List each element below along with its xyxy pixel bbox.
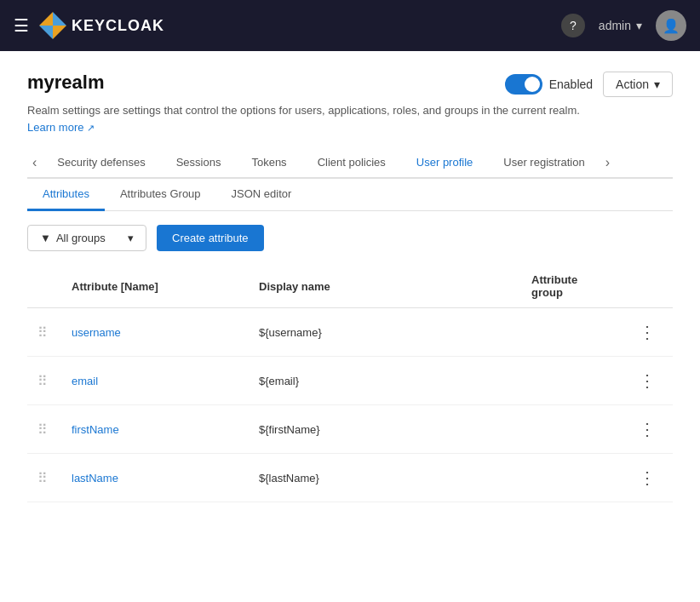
enabled-toggle[interactable] [505, 74, 542, 95]
realm-controls: Enabled Action ▾ [505, 72, 673, 97]
action-label: Action [616, 77, 649, 91]
action-button[interactable]: Action ▾ [603, 72, 673, 97]
attr-link-email[interactable]: email [72, 375, 98, 387]
col-header-attribute-name: Attribute [Name] [61, 265, 249, 308]
admin-label: admin [599, 19, 631, 32]
learn-more-link[interactable]: Learn more ↗ [27, 121, 95, 134]
sub-tab-bar: Attributes Attributes Group JSON editor [27, 179, 673, 211]
main-content: myrealm Enabled Action ▾ Realm settings … [0, 51, 700, 602]
more-button-username[interactable]: ⋮ [632, 320, 663, 344]
attributes-table: Attribute [Name] Display name Attribute … [27, 265, 673, 502]
chevron-down-icon: ▾ [636, 19, 642, 32]
main-tab-bar: ‹ Security defenses Sessions Tokens Clie… [27, 147, 673, 179]
hamburger-icon[interactable]: ☰ [14, 15, 29, 36]
realm-description: Realm settings are settings that control… [27, 104, 673, 117]
more-button-firstname[interactable]: ⋮ [632, 417, 663, 441]
tab-client-policies[interactable]: Client policies [302, 147, 401, 179]
more-button-email[interactable]: ⋮ [632, 369, 663, 393]
filter-chevron-icon: ▾ [128, 232, 134, 244]
tab-nav-right[interactable]: › [600, 148, 615, 177]
filter-label: All groups [56, 232, 106, 244]
display-name-username: ${username} [259, 326, 322, 339]
realm-header: myrealm Enabled Action ▾ [27, 72, 673, 97]
drag-handle-email[interactable]: ⠿ [37, 374, 48, 388]
topbar: ☰ KEYCLOAK ? admin ▾ 👤 [0, 0, 700, 51]
tab-user-profile[interactable]: User profile [401, 147, 488, 179]
table-row: ⠿ email ${email} ⋮ [27, 357, 673, 405]
logo: KEYCLOAK [39, 12, 164, 39]
table-row: ⠿ username ${username} ⋮ [27, 308, 673, 357]
logo-text: KEYCLOAK [72, 17, 164, 35]
filter-icon: ▼ [40, 232, 51, 244]
display-name-firstname: ${firstName} [259, 423, 320, 436]
topbar-left: ☰ KEYCLOAK [14, 12, 164, 39]
col-header-attribute-group: Attribute group [521, 265, 622, 308]
topbar-right: ? admin ▾ 👤 [561, 10, 686, 41]
sub-tab-json-editor[interactable]: JSON editor [216, 179, 307, 211]
col-header-action [622, 265, 673, 308]
avatar[interactable]: 👤 [656, 10, 686, 41]
help-icon[interactable]: ? [561, 14, 585, 37]
display-name-lastname: ${lastName} [259, 472, 319, 484]
tab-security-defenses[interactable]: Security defenses [42, 147, 160, 179]
more-button-lastname[interactable]: ⋮ [632, 466, 663, 490]
col-header-drag [27, 265, 61, 308]
realm-title: myrealm [27, 72, 105, 94]
filter-groups-button[interactable]: ▼ All groups ▾ [27, 225, 146, 251]
col-header-display-name: Display name [249, 265, 521, 308]
toggle-knob [525, 77, 540, 92]
admin-menu[interactable]: admin ▾ [599, 19, 642, 32]
table-row: ⠿ lastName ${lastName} ⋮ [27, 454, 673, 502]
enabled-label: Enabled [549, 77, 593, 91]
toolbar: ▼ All groups ▾ Create attribute [27, 225, 673, 251]
drag-handle-username[interactable]: ⠿ [37, 325, 48, 340]
tab-nav-left[interactable]: ‹ [27, 148, 42, 177]
enabled-toggle-wrap: Enabled [505, 74, 593, 95]
attr-link-firstname[interactable]: firstName [72, 423, 119, 436]
action-chevron-icon: ▾ [654, 77, 660, 91]
table-header: Attribute [Name] Display name Attribute … [27, 265, 673, 308]
create-attribute-button[interactable]: Create attribute [157, 225, 264, 251]
tab-tokens[interactable]: Tokens [236, 147, 301, 179]
drag-handle-firstname[interactable]: ⠿ [37, 422, 48, 437]
table-body: ⠿ username ${username} ⋮ ⠿ email ${email… [27, 308, 673, 502]
drag-handle-lastname[interactable]: ⠿ [37, 471, 48, 485]
tab-user-registration[interactable]: User registration [488, 147, 600, 179]
attr-link-username[interactable]: username [72, 326, 121, 339]
table-row: ⠿ firstName ${firstName} ⋮ [27, 405, 673, 454]
tab-sessions[interactable]: Sessions [161, 147, 237, 179]
display-name-email: ${email} [259, 375, 299, 387]
attr-link-lastname[interactable]: lastName [72, 472, 118, 484]
keycloak-logo-icon [39, 12, 66, 39]
external-link-icon: ↗ [87, 123, 95, 133]
sub-tab-attributes-group[interactable]: Attributes Group [105, 179, 216, 211]
sub-tab-attributes[interactable]: Attributes [27, 179, 105, 211]
